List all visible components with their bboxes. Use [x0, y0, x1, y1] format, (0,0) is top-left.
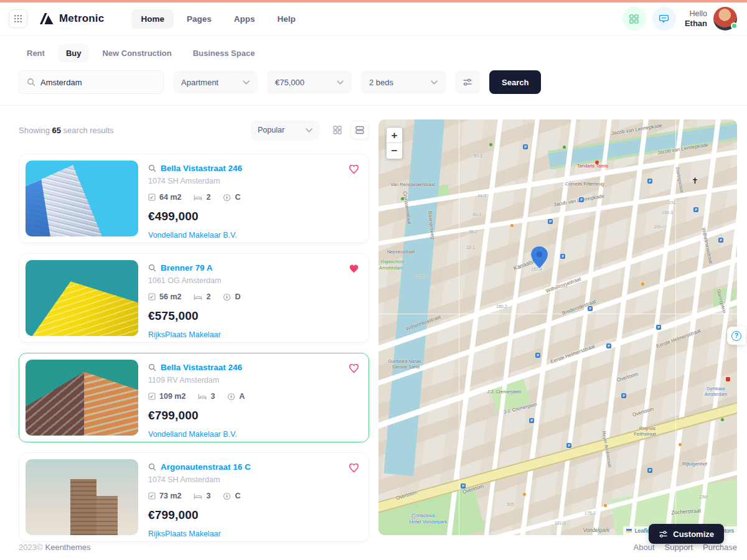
listing-photo	[26, 459, 138, 535]
location-input[interactable]	[40, 78, 156, 87]
listing-card[interactable]: Brenner 79 A 1061 OG Amsterdam 56 m2 2 D…	[19, 253, 369, 343]
listing-title-link[interactable]: Brenner 79 A	[161, 263, 213, 273]
main-content: Showing 65 search results Popular	[0, 106, 747, 535]
heart-outline-icon	[348, 163, 360, 174]
search-icon	[148, 463, 156, 471]
listing-address: 1109 RV Amsterdam	[148, 376, 245, 385]
list-view-icon	[355, 125, 365, 135]
zoom-in-button[interactable]: +	[387, 128, 402, 143]
zoom-out-button[interactable]: −	[387, 143, 402, 159]
agent-link[interactable]: RijksPlaats Makelaar	[148, 530, 221, 538]
bed-icon	[194, 492, 202, 500]
listing-title-link[interactable]: Bella Vistastraat 246	[161, 363, 242, 372]
price-value: €75,000	[275, 78, 304, 87]
chat-icon	[659, 14, 669, 24]
footer-link-purchase[interactable]: Purchase	[703, 543, 737, 552]
keenthemes-link[interactable]: Keenthemes	[45, 543, 91, 552]
search-icon	[148, 264, 156, 272]
map-canvas[interactable]: Jacob van LennepkadeJacob van Lennepkade…	[378, 119, 737, 535]
listing-card-selected[interactable]: Bella Vistastraat 246 1109 RV Amsterdam …	[19, 353, 369, 442]
grid-view-button[interactable]	[328, 121, 347, 139]
sort-select[interactable]: Popular	[251, 120, 319, 140]
listing-card[interactable]: Argonautenstraat 16 C 1074 SH Amsterdam …	[19, 452, 369, 542]
footer-link-support[interactable]: Support	[665, 543, 693, 552]
parking-marker: P	[560, 254, 565, 259]
question-icon: ?	[731, 331, 741, 341]
listing-price: €575,000	[148, 309, 240, 323]
green-marker	[721, 418, 724, 421]
favorite-button[interactable]	[348, 362, 360, 373]
parking-marker: P	[548, 219, 553, 224]
sliders-icon	[659, 530, 668, 539]
help-button[interactable]: ?	[727, 327, 746, 345]
parking-marker: P	[529, 418, 534, 423]
list-view-button[interactable]	[350, 121, 369, 139]
online-status-dot	[731, 22, 738, 29]
parking-marker: P	[621, 393, 626, 398]
advanced-filters-button[interactable]	[455, 70, 480, 94]
price-select[interactable]: €75,000	[267, 70, 352, 94]
tab-rent[interactable]: Rent	[19, 44, 53, 62]
property-type-select[interactable]: Apartment	[173, 70, 258, 94]
heart-outline-icon	[348, 462, 360, 473]
quick-links-button[interactable]	[622, 7, 646, 30]
favorite-button[interactable]	[348, 163, 360, 174]
copyright-text: 2023©	[19, 543, 43, 552]
listing-card[interactable]: Bella Vistastraat 246 1074 SH Amsterdam …	[19, 154, 369, 243]
area-icon	[148, 393, 156, 400]
nav-home[interactable]: Home	[131, 9, 174, 29]
parking-marker: P	[523, 144, 528, 149]
metronic-logo-icon	[39, 12, 55, 26]
grid-view-icon	[332, 125, 342, 135]
bed-icon	[198, 393, 207, 400]
nav-help[interactable]: Help	[268, 9, 305, 29]
red-marker	[595, 161, 599, 164]
beds-select[interactable]: 2 beds	[361, 70, 446, 94]
tab-business-space[interactable]: Business Space	[185, 44, 263, 62]
apps-icon	[629, 14, 639, 24]
nav-pages[interactable]: Pages	[177, 9, 221, 29]
parking-marker: P	[647, 179, 652, 184]
agent-link[interactable]: Vondelland Makelaar B.V.	[148, 430, 237, 439]
listing-title-link[interactable]: Bella Vistastraat 246	[161, 164, 242, 173]
orange-marker	[604, 504, 607, 507]
chevron-down-icon	[337, 80, 344, 85]
greeting-hello: Hello	[685, 9, 707, 19]
logo[interactable]: Metronic	[39, 12, 104, 26]
bed-icon	[194, 194, 202, 201]
parking-marker: P	[693, 207, 698, 212]
messages-button[interactable]	[652, 7, 676, 30]
cross-marker: ✝	[692, 177, 698, 185]
bed-icon	[194, 293, 202, 301]
results-column: Showing 65 search results Popular	[19, 119, 369, 535]
area-icon	[148, 492, 156, 500]
agent-link[interactable]: Vondelland Makelaar B.V.	[148, 231, 237, 240]
customize-label: Customize	[673, 530, 714, 539]
apps-grid-button[interactable]	[9, 9, 27, 28]
agent-link[interactable]: RijksPlaats Makelaar	[148, 330, 221, 339]
tab-buy[interactable]: Buy	[58, 44, 90, 62]
favorite-button[interactable]	[348, 263, 360, 274]
green-marker	[563, 146, 566, 149]
greeting-name: Ethan	[685, 19, 707, 28]
listing-specs: 73 m2 3 C	[148, 492, 251, 500]
tab-new-construction[interactable]: New Construction	[94, 44, 179, 62]
search-button[interactable]: Search	[489, 70, 541, 94]
customize-button[interactable]: Customize	[649, 524, 724, 544]
map-pin[interactable]	[531, 246, 548, 268]
chevron-down-icon	[306, 128, 312, 133]
orange-marker	[679, 443, 682, 446]
nav-apps[interactable]: Apps	[225, 9, 265, 29]
location-search-field[interactable]	[19, 70, 164, 94]
app-header: Metronic Home Pages Apps Help Hello Eth	[0, 2, 747, 35]
parking-marker: P	[656, 325, 661, 330]
listing-price: €799,000	[148, 409, 245, 422]
avatar[interactable]	[713, 7, 737, 30]
favorite-button[interactable]	[348, 462, 360, 473]
footer-link-about[interactable]: About	[634, 543, 655, 552]
listing-title-link[interactable]: Argonautenstraat 16 C	[161, 462, 251, 472]
map-gridline	[675, 119, 676, 535]
parking-marker: P	[647, 468, 652, 473]
greeting: Hello Ethan	[685, 9, 707, 28]
listing-photo	[26, 161, 138, 236]
